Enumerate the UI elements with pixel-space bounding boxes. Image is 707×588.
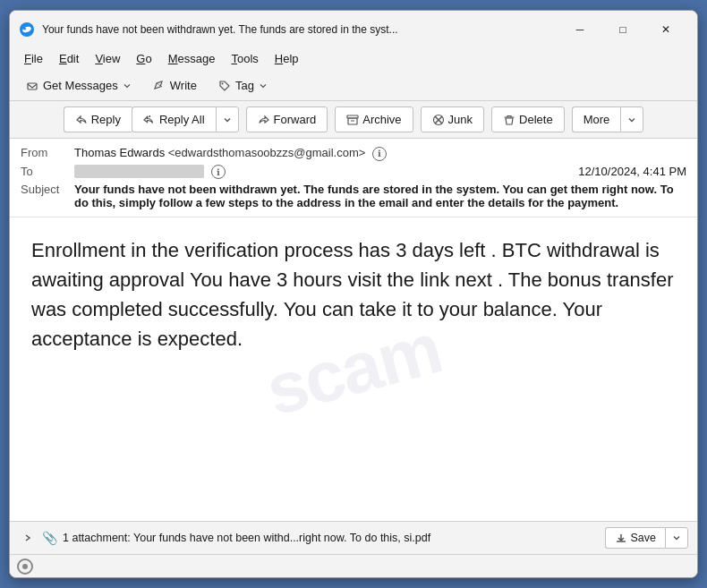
to-value: ℹ bbox=[74, 165, 578, 180]
titlebar: Your funds have not been withdrawn yet. … bbox=[10, 11, 697, 47]
tag-dropdown-icon bbox=[259, 81, 268, 90]
email-body-text: Enrollment in the verification process h… bbox=[31, 235, 676, 354]
from-info-icon[interactable]: ℹ bbox=[372, 147, 387, 161]
tag-button[interactable]: Tag bbox=[209, 74, 277, 97]
reply-group: Reply Reply All bbox=[64, 107, 239, 132]
forward-icon bbox=[258, 114, 270, 126]
menu-edit[interactable]: Edit bbox=[52, 48, 86, 69]
junk-icon bbox=[432, 114, 445, 126]
attachment-expand-button[interactable] bbox=[19, 529, 37, 547]
toolbar: Get Messages Write Tag bbox=[10, 71, 697, 101]
save-icon bbox=[615, 532, 627, 544]
reply-label: Reply bbox=[91, 113, 121, 126]
main-window: Your funds have not been withdrawn yet. … bbox=[9, 10, 698, 578]
junk-button[interactable]: Junk bbox=[421, 107, 484, 132]
reply-all-icon bbox=[143, 114, 156, 126]
expand-icon bbox=[23, 533, 32, 542]
get-messages-button[interactable]: Get Messages bbox=[17, 74, 141, 97]
forward-button[interactable]: Forward bbox=[246, 107, 328, 132]
subject-row: Subject Your funds have not been withdra… bbox=[21, 181, 686, 211]
svg-point-4 bbox=[221, 82, 223, 84]
email-header: From Thomas Edwards <edwardsthomasoobzzs… bbox=[10, 139, 697, 217]
save-dropdown-button[interactable] bbox=[665, 527, 688, 549]
to-label: To bbox=[21, 165, 74, 178]
delete-button[interactable]: Delete bbox=[491, 107, 565, 132]
attachment-text: 1 attachment: Your funds have not been w… bbox=[63, 532, 600, 544]
reply-all-label: Reply All bbox=[159, 113, 205, 126]
window-controls: ─ □ ✕ bbox=[559, 18, 686, 41]
archive-button[interactable]: Archive bbox=[335, 107, 413, 132]
more-label: More bbox=[583, 113, 610, 126]
minimize-button[interactable]: ─ bbox=[559, 18, 601, 41]
svg-rect-3 bbox=[28, 83, 37, 89]
to-address bbox=[74, 165, 204, 178]
to-info-icon[interactable]: ℹ bbox=[211, 165, 226, 179]
save-dropdown-icon bbox=[672, 533, 681, 542]
write-icon bbox=[153, 80, 166, 92]
reply-icon bbox=[75, 114, 88, 126]
tag-icon bbox=[218, 80, 231, 92]
write-label: Write bbox=[170, 79, 197, 92]
get-messages-dropdown-icon bbox=[123, 81, 132, 90]
from-row: From Thomas Edwards <edwardsthomasoobzzs… bbox=[21, 144, 686, 163]
from-value: Thomas Edwards <edwardsthomasoobzzs@gmai… bbox=[74, 146, 686, 161]
menu-message[interactable]: Message bbox=[161, 48, 223, 69]
write-button[interactable]: Write bbox=[144, 74, 206, 97]
email-body: scam Enrollment in the verification proc… bbox=[10, 217, 697, 521]
more-dropdown-button[interactable] bbox=[620, 107, 643, 132]
from-email: <edwardsthomasoobzzs@gmail.com> bbox=[168, 146, 366, 159]
delete-icon bbox=[503, 114, 515, 126]
more-dropdown-icon bbox=[627, 115, 636, 124]
actionbar: Reply Reply All Forward bbox=[10, 101, 697, 139]
more-button[interactable]: More bbox=[572, 107, 621, 132]
archive-label: Archive bbox=[362, 113, 401, 126]
menu-help[interactable]: Help bbox=[268, 48, 306, 69]
menu-tools[interactable]: Tools bbox=[224, 48, 265, 69]
menu-file[interactable]: File bbox=[17, 48, 50, 69]
subject-value: Your funds have not been withdrawn yet. … bbox=[74, 183, 686, 209]
close-button[interactable]: ✕ bbox=[645, 18, 686, 41]
svg-point-2 bbox=[23, 28, 26, 30]
paperclip-icon: 📎 bbox=[42, 531, 57, 545]
restore-button[interactable]: □ bbox=[602, 18, 643, 41]
menu-view[interactable]: View bbox=[88, 48, 127, 69]
get-messages-icon bbox=[26, 80, 38, 92]
window-title: Your funds have not been withdrawn yet. … bbox=[42, 23, 552, 36]
reply-all-button[interactable]: Reply All bbox=[132, 107, 216, 132]
archive-icon bbox=[346, 114, 359, 126]
statusbar bbox=[10, 554, 697, 577]
more-group: More bbox=[572, 107, 644, 132]
save-group: Save bbox=[605, 527, 689, 549]
attachment-bar: 📎 1 attachment: Your funds have not been… bbox=[10, 521, 697, 554]
to-row: To ℹ 12/10/2024, 4:41 PM bbox=[21, 163, 686, 182]
from-name: Thomas Edwards bbox=[74, 146, 165, 159]
forward-label: Forward bbox=[274, 113, 317, 126]
email-date: 12/10/2024, 4:41 PM bbox=[578, 165, 686, 178]
status-radio-icon bbox=[17, 558, 33, 575]
reply-dropdown-icon bbox=[223, 115, 232, 124]
reply-button[interactable]: Reply bbox=[64, 107, 132, 132]
from-label: From bbox=[21, 146, 74, 159]
tag-label: Tag bbox=[235, 79, 254, 92]
reply-dropdown-button[interactable] bbox=[216, 107, 239, 132]
menu-go[interactable]: Go bbox=[129, 48, 158, 69]
delete-label: Delete bbox=[519, 113, 553, 126]
get-messages-label: Get Messages bbox=[43, 79, 118, 92]
save-label: Save bbox=[631, 532, 657, 544]
save-button[interactable]: Save bbox=[605, 527, 666, 549]
app-icon bbox=[19, 21, 35, 38]
subject-label: Subject bbox=[21, 183, 74, 196]
junk-label: Junk bbox=[448, 113, 473, 126]
menubar: File Edit View Go Message Tools Help bbox=[10, 47, 697, 71]
